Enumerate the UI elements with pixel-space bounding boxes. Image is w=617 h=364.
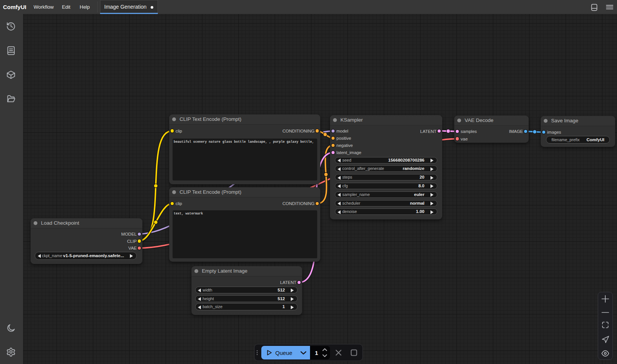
- svg-text:1: 1: [315, 350, 318, 356]
- svg-text:Queue: Queue: [275, 350, 292, 356]
